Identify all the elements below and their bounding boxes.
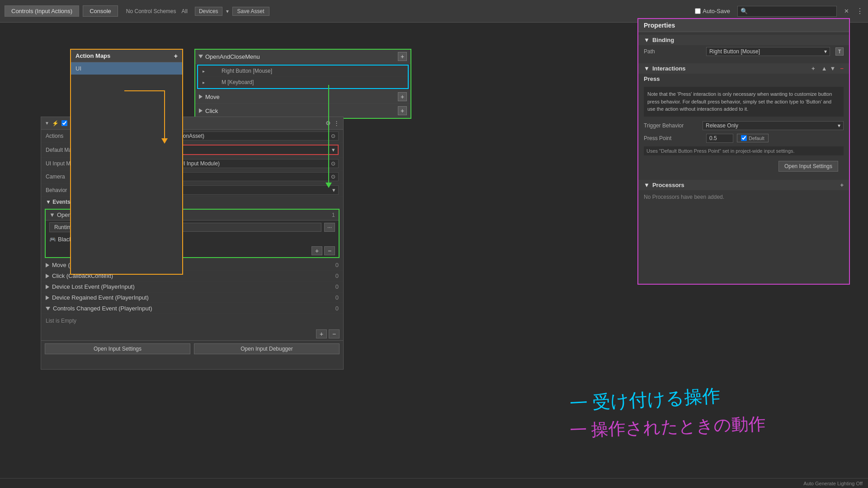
path-label: Path (644, 48, 703, 55)
move-arrow (199, 94, 203, 99)
handwritten-area: 一 受け付ける操作 一 操作されたときの動作 (570, 384, 841, 474)
binding-section: ▼ Binding Path Right Button [Mouse] ▾ T (638, 32, 849, 61)
devices-arrow: ▾ (226, 8, 229, 14)
path-dropdown-arrow: ▾ (824, 48, 827, 55)
path-dropdown[interactable]: Right Button [Mouse] ▾ (706, 47, 830, 56)
device-lost-arrow (46, 285, 49, 289)
default-checkbox-btn[interactable]: Default (737, 134, 769, 142)
camera-target-icon[interactable]: ⊙ (331, 174, 335, 180)
interactions-foldout: ▼ (644, 65, 650, 72)
device-regained-label: Device Regained Event (PlayerInput) (52, 294, 149, 301)
binding-icon-2: ▸ (203, 80, 210, 85)
right-button-mouse-binding[interactable]: ▸ Right Button [Mouse] (198, 66, 408, 77)
move-callback-count: 0 (335, 262, 339, 268)
press-header: Press (638, 74, 849, 84)
behavior-arrow: ▾ (332, 187, 335, 193)
bindings-highlighted-group: ▸ Right Button [Mouse] ▸ M [Keyboard] (197, 65, 409, 89)
search-icon: 🔍 (741, 8, 748, 14)
interactions-add-btn[interactable]: + (811, 65, 815, 72)
binding-section-header: ▼ Binding (638, 35, 849, 45)
click-add-btn[interactable]: + (398, 106, 407, 115)
click-header[interactable]: Click + (195, 104, 410, 118)
all-label: All (182, 8, 188, 14)
status-text: Auto Generate Lighting Off (803, 481, 863, 486)
more-options-btn[interactable]: ⋮ (856, 7, 863, 15)
interactions-section: ▼ Interactions + ▲ ▼ − Press Note that t… (638, 61, 849, 178)
open-input-settings-button[interactable]: Open Input Settings (45, 343, 190, 354)
m-keyboard-binding[interactable]: ▸ M [Keyboard] (198, 77, 408, 88)
callback-foldout[interactable]: ▼ (49, 211, 55, 218)
actions-column: OpenAndCloseMenu + ▸ Right Button [Mouse… (194, 49, 411, 119)
open-input-settings-props-btn[interactable]: Open Input Settings (778, 161, 838, 172)
interactions-up-btn[interactable]: ▲ (821, 65, 827, 72)
arrow-orange-horizontal (124, 90, 165, 91)
press-note: Note that the 'Press' interaction is onl… (644, 87, 844, 117)
expand-arrow[interactable]: ▼ (45, 121, 49, 126)
action-maps-add-btn[interactable]: + (174, 52, 178, 60)
events-add-btn[interactable]: + (316, 329, 327, 338)
open-close-menu-header[interactable]: OpenAndCloseMenu + (195, 50, 410, 64)
open-close-menu-label: OpenAndCloseMenu (205, 53, 260, 60)
player-input-bottom-btns: Open Input Settings Open Input Debugger (41, 340, 343, 357)
path-row: Path Right Button [Mouse] ▾ T (638, 45, 849, 58)
move-header[interactable]: Move + (195, 90, 410, 104)
action-maps-header: Action Maps + (71, 50, 182, 62)
events-add-remove: + − (41, 328, 343, 340)
interactions-remove-btn[interactable]: − (840, 65, 844, 72)
controls-changed-arrow (46, 307, 50, 310)
processors-section-label: Processors (652, 182, 684, 188)
binding-foldout: ▼ (644, 37, 650, 43)
interactions-section-header: ▼ Interactions + ▲ ▼ − (638, 63, 849, 74)
press-subsection: Press Note that the 'Press' interaction … (638, 74, 849, 175)
tab-controls-input-actions[interactable]: Controls (Input Actions) (5, 5, 79, 17)
tab-console[interactable]: Console (83, 5, 118, 17)
devices-btn[interactable]: Devices (195, 7, 222, 16)
search-input[interactable] (750, 7, 834, 15)
arrow-green-head (326, 183, 332, 188)
action-map-item-ui[interactable]: UI (71, 62, 182, 75)
click-arrow (199, 108, 203, 113)
t-button[interactable]: T (835, 47, 844, 56)
interactions-section-label: Interactions (652, 65, 686, 72)
processors-section-header: ▼ Processors + (638, 180, 849, 190)
events-remove-btn[interactable]: − (329, 329, 340, 338)
click-label: Click (205, 108, 218, 114)
callback-count: 1 (332, 211, 335, 218)
player-input-more-icon[interactable]: ⋮ (334, 120, 340, 127)
function-picker-btn[interactable]: ··· (324, 223, 335, 232)
save-asset-button[interactable]: Save Asset (232, 7, 269, 16)
action-maps-panel: Action Maps + UI (70, 49, 183, 275)
no-control-schemes[interactable]: No Control Schemes (126, 8, 176, 14)
binding-icon: ▸ (203, 69, 210, 74)
remove-callback-btn[interactable]: − (324, 246, 335, 255)
interactions-down-btn[interactable]: ▼ (830, 65, 836, 72)
default-map-arrow: ▾ (332, 146, 335, 153)
default-checkbox[interactable] (741, 135, 747, 141)
device-regained-arrow (46, 296, 49, 300)
arrow-green-vertical (328, 85, 329, 184)
close-search-btn[interactable]: ✕ (844, 8, 849, 14)
properties-header: Properties (638, 19, 849, 32)
device-lost-item[interactable]: Device Lost Event (PlayerInput) 0 (41, 282, 343, 292)
player-input-enabled-checkbox[interactable] (61, 120, 67, 126)
add-callback-btn[interactable]: + (311, 246, 322, 255)
auto-save-container: Auto-Save (695, 8, 730, 14)
trigger-behavior-label: Trigger Behavior (644, 122, 703, 129)
device-lost-count: 0 (335, 283, 339, 290)
press-point-input[interactable] (706, 134, 733, 143)
move-add-btn[interactable]: + (398, 92, 407, 101)
controls-changed-item[interactable]: Controls Changed Event (PlayerInput) 0 (41, 303, 343, 314)
processors-add-btn[interactable]: + (840, 182, 844, 188)
status-bar: Auto Generate Lighting Off (0, 478, 868, 488)
open-close-menu-add-btn[interactable]: + (398, 52, 407, 61)
open-input-debugger-button[interactable]: Open Input Debugger (194, 343, 340, 354)
ui-module-target-icon[interactable]: ⊙ (331, 160, 335, 167)
search-container: 🔍 (737, 6, 837, 17)
press-point-row: Press Point Default (638, 132, 849, 145)
actions-target-icon[interactable]: ⊙ (331, 133, 335, 139)
auto-save-checkbox[interactable] (695, 8, 701, 14)
trigger-behavior-dropdown[interactable]: Release Only ▾ (703, 121, 844, 130)
right-button-mouse-label: Right Button [Mouse] (222, 68, 272, 74)
auto-save-label: Auto-Save (703, 8, 730, 14)
device-regained-item[interactable]: Device Regained Event (PlayerInput) 0 (41, 292, 343, 303)
